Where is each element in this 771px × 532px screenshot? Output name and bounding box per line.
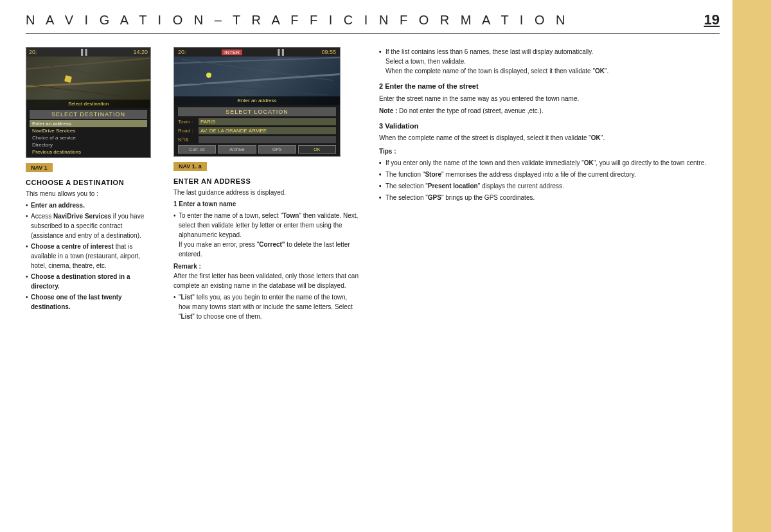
nav1a-road-label: Road : <box>178 128 199 134</box>
nav1-item-1[interactable]: Enter an address <box>30 120 147 127</box>
nav1a-form: SELECT LOCATION Town : PARIS Road : AV. … <box>174 105 340 156</box>
middle-sub-list: "List" tells you, as you begin to enter … <box>173 292 360 321</box>
right-tip-1: • If you enter only the name of the town… <box>379 158 720 168</box>
right-intro-list: • If the list contains less than 6 names… <box>379 47 720 76</box>
list-item-2: Access NaviDrive Services if you have su… <box>26 211 154 240</box>
list-item-5: Choose one of the last twenty destinatio… <box>26 292 154 312</box>
middle-column: 20: INTER ▌▌ 09:55 Enter an address <box>173 47 360 323</box>
nav1a-num-label: N°/& <box>178 137 199 143</box>
right-column: • If the list contains less than 6 names… <box>379 47 720 323</box>
right-tips-heading: Tips : <box>379 146 720 156</box>
middle-section-s1-title: 1 Enter a town name <box>173 199 360 209</box>
left-section-intro: This menu allows you to : <box>26 189 154 199</box>
left-column: 20: ▌▌ 14:20 Se <box>26 47 154 323</box>
nav1-menu: SELECT DESTINATION Enter an address Navi… <box>26 108 150 157</box>
nav1a-town-value: PARIS <box>199 118 336 125</box>
right-tip-3: • The selection "Present location" displ… <box>379 181 720 191</box>
nav1a-town-row: Town : PARIS <box>178 118 336 125</box>
right-tip-2: • The function "Store" memorises the add… <box>379 170 720 179</box>
list-item-3: Choose a centre of interest that is avai… <box>26 242 154 270</box>
nav1-time-right: 14:20 <box>133 49 148 55</box>
nav1a-label: NAV 1. a <box>173 162 207 171</box>
nav1-item-4[interactable]: Directory <box>30 141 147 148</box>
nav1a-buttons-row: Curr. oc Archive GPS OK <box>178 145 336 154</box>
nav1-time-left: 20: <box>29 49 37 55</box>
middle-section-intro: The last guidance address is displayed. <box>173 188 360 197</box>
middle-remark: Remark :After the first letter has been … <box>173 262 360 290</box>
nav1-screen: 20: ▌▌ 14:20 Se <box>26 47 151 158</box>
nav1-item-2[interactable]: NaviDrive Services <box>30 127 147 134</box>
page-number: 19 <box>704 12 720 28</box>
list-item-4: Choose a destination stored in a directo… <box>26 272 154 291</box>
nav1a-screen: 20: INTER ▌▌ 09:55 Enter an address <box>173 47 341 157</box>
nav1a-btn-gps[interactable]: GPS <box>258 145 296 154</box>
right-tip-4: • The selection "GPS" brings up the GPS … <box>379 193 720 202</box>
middle-sub-item-1: "List" tells you, as you begin to enter … <box>173 292 360 321</box>
nav1-signal: ▌▌ <box>81 49 89 55</box>
nav1a-form-title: SELECT LOCATION <box>178 107 336 116</box>
nav1a-num-row: N°/& <box>178 136 336 143</box>
nav1a-town-label: Town : <box>178 119 199 125</box>
right-section2-heading: 2 Enter the name of the street <box>379 81 720 92</box>
right-intro-item: • If the list contains less than 6 names… <box>379 47 720 76</box>
middle-list-item-1: To enter the name of a town, select "Tow… <box>173 211 360 259</box>
nav1-label: NAV 1 <box>26 163 53 172</box>
nav1a-road-row: Road : AV. DE LA GRANDE ARMEE <box>178 127 336 134</box>
nav1-item-5[interactable]: Previous destinations <box>30 148 147 155</box>
nav1a-time-right: 09:55 <box>321 49 336 55</box>
nav1a-btn-curr[interactable]: Curr. oc <box>178 145 216 154</box>
nav1a-time-left: 20: <box>178 49 186 55</box>
nav1-menu-title: SELECT DESTINATION <box>30 110 147 119</box>
nav1a-middle-label: INTER <box>222 49 242 55</box>
page-header: N A V I G A T I O N – T R A F F I C I N … <box>26 12 720 34</box>
nav1a-statusbar: 20: INTER ▌▌ 09:55 <box>174 48 340 57</box>
nav1a-enter-label: Enter an address <box>177 98 337 103</box>
middle-section-s1-list: To enter the name of a town, select "Tow… <box>173 211 360 259</box>
nav1a-map: Enter an address <box>174 57 340 105</box>
nav1a-num-value <box>199 136 336 143</box>
middle-section-heading: ENTER AN ADDRESS <box>173 177 360 185</box>
right-section2-text: Enter the street name in the same way as… <box>379 94 720 103</box>
nav1a-btn-archive[interactable]: Archive <box>218 145 256 154</box>
nav1-map: Select destination <box>26 57 150 108</box>
right-note: Note : Do not enter the type of road (st… <box>379 106 720 116</box>
right-section3-text: When the complete name of the street is … <box>379 133 720 143</box>
left-section-heading: CChoose a destination <box>26 179 154 186</box>
nav1a-road-value: AV. DE LA GRANDE ARMEE <box>199 127 336 134</box>
left-section-list: Enter an address. Access NaviDrive Servi… <box>26 200 154 312</box>
right-tips-list: • If you enter only the name of the town… <box>379 158 720 202</box>
nav1-item-3[interactable]: Choice of a service <box>30 134 147 141</box>
page-title: N A V I G A T I O N – T R A F F I C I N … <box>26 13 569 28</box>
nav1-statusbar: 20: ▌▌ 14:20 <box>26 48 150 57</box>
right-section3-heading: 3 Validation <box>379 121 720 132</box>
nav1a-btn-ok[interactable]: OK <box>298 145 336 154</box>
nav1a-signal: ▌▌ <box>278 49 286 55</box>
list-item-1: Enter an address. <box>26 200 154 210</box>
